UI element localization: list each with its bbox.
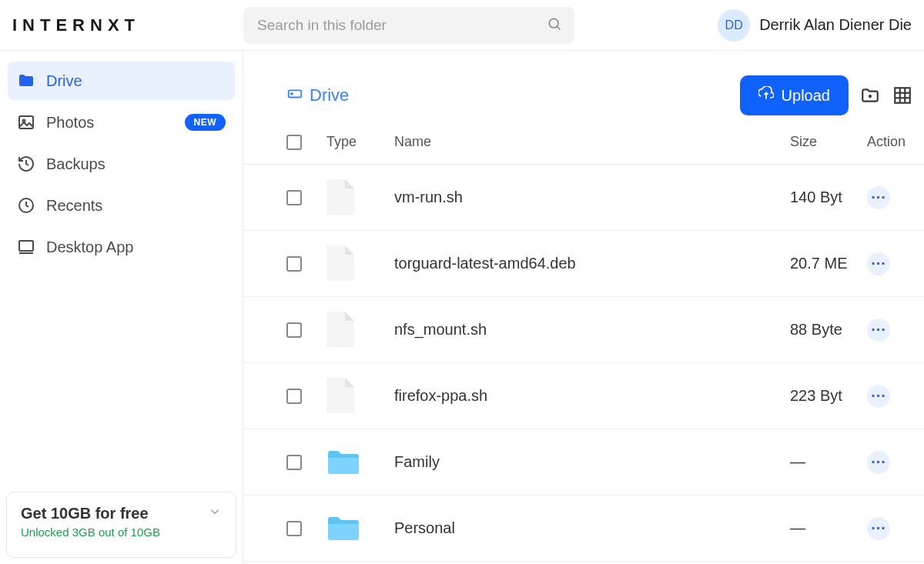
row-actions-button[interactable]: ··· [867,186,890,209]
table-row[interactable]: torguard-latest-amd64.deb 20.7 ME ··· [243,231,924,297]
file-icon [326,245,357,282]
row-name: torguard-latest-amd64.deb [394,255,790,272]
search-icon [547,16,562,35]
row-name: firefox-ppa.sh [394,387,790,405]
row-checkbox[interactable] [286,455,302,470]
sidebar-item-photos[interactable]: Photos NEW [8,103,235,142]
row-checkbox[interactable] [286,190,302,205]
svg-point-8 [291,93,293,95]
row-name: vm-run.sh [394,189,790,206]
header: INTERNXT DD Derrik Alan Diener Die [0,0,924,51]
row-name: Personal [394,519,790,537]
sidebar-item-label: Desktop App [46,239,226,256]
chevron-down-icon [208,505,222,522]
search-input[interactable] [243,7,574,44]
svg-rect-2 [19,116,33,128]
table-row[interactable]: vm-run.sh 140 Byt ··· [243,165,924,231]
grid-view-button[interactable] [892,85,913,106]
row-name: nfs_mount.sh [394,321,790,339]
row-name: Family [394,453,790,471]
table-header: Type Name Size Action [243,134,924,165]
table-row[interactable]: Personal — ··· [243,496,924,562]
history-icon [17,155,35,173]
file-icon [326,378,357,415]
row-size: 20.7 ME [790,255,867,272]
row-size: 88 Byte [790,321,867,339]
main: Drive Upload Type Name Size Action [243,51,924,564]
table-row[interactable]: Family — ··· [243,429,924,496]
svg-line-1 [557,26,561,29]
row-checkbox[interactable] [286,389,302,404]
username: Derrik Alan Diener Die [759,16,912,34]
table-row[interactable]: nfs_mount.sh 88 Byte ··· [243,297,924,363]
header-size[interactable]: Size [790,134,867,150]
breadcrumb-label: Drive [310,85,349,105]
new-folder-button[interactable] [859,85,881,106]
logo: INTERNXT [12,15,243,35]
header-type[interactable]: Type [326,134,394,150]
sidebar: Drive Photos NEW Backups Recents Desktop… [0,51,243,564]
desktop-icon [17,238,35,256]
sidebar-item-label: Backups [46,155,226,173]
row-actions-button[interactable]: ··· [867,451,890,474]
row-actions-button[interactable]: ··· [867,517,890,540]
image-icon [17,113,35,132]
upload-button[interactable]: Upload [740,75,849,115]
folder-icon [326,449,360,476]
folder-icon [326,515,360,542]
sidebar-item-label: Photos [46,114,174,132]
select-all[interactable] [286,135,326,150]
sidebar-item-drive[interactable]: Drive [8,62,235,100]
svg-rect-12 [895,88,910,103]
drive-icon [286,85,303,106]
row-size: — [790,453,867,471]
svg-point-0 [549,18,558,28]
sidebar-item-recents[interactable]: Recents [8,186,235,225]
new-badge: NEW [185,114,226,131]
sidebar-item-desktop-app[interactable]: Desktop App [8,228,235,266]
promo-subtitle: Unlocked 3GB out of 10GB [21,526,222,539]
breadcrumb[interactable]: Drive [286,85,349,106]
row-size: — [790,519,867,537]
file-icon [326,312,357,349]
row-actions-button[interactable]: ··· [867,319,890,342]
sidebar-item-label: Drive [46,72,226,90]
avatar: DD [718,9,750,42]
sidebar-item-backups[interactable]: Backups [8,145,235,183]
promo-title: Get 10GB for free [21,505,149,522]
upload-icon [758,86,774,105]
file-icon [326,179,357,216]
sidebar-item-label: Recents [46,197,226,215]
table-row[interactable]: firefox-ppa.sh 223 Byt ··· [243,363,924,429]
user-area[interactable]: DD Derrik Alan Diener Die [718,9,912,42]
row-actions-button[interactable]: ··· [867,385,890,408]
header-name[interactable]: Name [394,134,790,150]
upload-label: Upload [782,87,830,105]
row-checkbox[interactable] [286,322,302,338]
row-size: 223 Byt [790,387,867,405]
promo-card[interactable]: Get 10GB for free Unlocked 3GB out of 10… [6,492,236,558]
toolbar: Drive Upload [243,69,924,134]
row-checkbox[interactable] [286,521,302,536]
row-size: 140 Byt [790,189,867,206]
header-action: Action [867,134,913,150]
row-checkbox[interactable] [286,256,302,272]
row-actions-button[interactable]: ··· [867,252,890,275]
svg-rect-5 [19,241,33,251]
clock-icon [17,196,35,215]
folder-icon [17,72,35,90]
search-wrapper [243,7,574,44]
